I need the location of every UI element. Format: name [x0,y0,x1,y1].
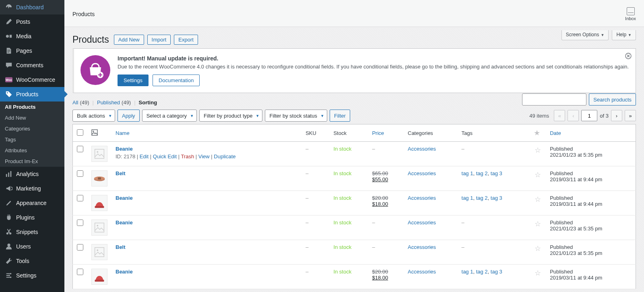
product-name-link[interactable]: Beanie [116,269,133,275]
sidebar-item-tools[interactable]: Tools [0,254,64,268]
row-checkbox[interactable] [77,269,83,275]
category-link[interactable]: Accessories [408,220,436,226]
dismiss-notice-button[interactable] [625,53,632,61]
sidebar-item-plugins[interactable]: Plugins [0,210,64,225]
filter-sorting[interactable]: Sorting [139,99,157,106]
sidebar-item-dashboard[interactable]: Dashboard [0,0,64,14]
col-name[interactable]: Name [116,130,130,136]
sidebar-item-snippets[interactable]: Snippets [0,225,64,239]
export-button[interactable]: Export [174,35,198,45]
submenu-item-add-new[interactable]: Add New [0,112,64,123]
next-page-button[interactable]: › [611,110,622,121]
featured-toggle[interactable]: ☆ [535,244,541,253]
sidebar-item-products[interactable]: Products [0,87,64,101]
row-action-view[interactable]: View [198,153,210,159]
submenu-item-tags[interactable]: Tags [0,134,64,145]
sidebar-item-media[interactable]: Media [0,29,64,43]
tags-cell: – [458,240,530,265]
product-thumbnail[interactable] [91,220,107,236]
product-thumbnail[interactable] [91,146,107,162]
row-action-trash[interactable]: Trash [181,153,194,159]
product-thumbnail[interactable] [91,195,107,211]
tag-link[interactable]: tag 3 [491,195,502,201]
category-link[interactable]: Accessories [408,244,436,250]
stock-status-filter-select[interactable]: Filter by stock status [265,110,327,122]
featured-toggle[interactable]: ☆ [535,146,541,154]
category-link[interactable]: Accessories [408,146,436,152]
tag-link[interactable]: tag 3 [491,170,502,176]
featured-toggle[interactable]: ☆ [535,220,541,228]
notice-body: Due to the recent WooCommerce 4.0 change… [118,63,629,70]
category-link[interactable]: Accessories [408,269,436,275]
product-name-link[interactable]: Beanie [116,220,133,226]
filter-button[interactable]: Filter [330,110,350,122]
col-date[interactable]: Date [550,130,561,136]
last-page-button[interactable]: » [625,110,636,121]
page-input[interactable] [581,110,597,121]
breadcrumb: Products [72,11,95,17]
row-action-duplicate[interactable]: Duplicate [214,153,235,159]
row-action-edit[interactable]: Edit [140,153,149,159]
product-thumbnail[interactable] [91,244,107,260]
product-name-link[interactable]: Beanie [116,195,133,201]
row-checkbox[interactable] [77,195,83,201]
plugins-icon [5,213,13,222]
tag-link[interactable]: tag 1 [462,269,473,275]
sidebar-item-analytics[interactable]: Analytics [0,167,64,181]
tag-link[interactable]: tag 2 [476,195,488,201]
product-thumbnail[interactable] [91,170,107,186]
product-name-link[interactable]: Belt [116,244,126,250]
select-all-checkbox[interactable] [77,129,83,136]
documentation-button[interactable]: Documentation [153,75,200,86]
category-link[interactable]: Accessories [408,170,436,176]
submenu-item-product-im-ex[interactable]: Product Im-Ex [0,156,64,167]
tag-link[interactable]: tag 3 [491,269,502,275]
help-button[interactable]: Help▼ [612,30,636,40]
filter-published[interactable]: Published [97,99,120,106]
settings-button[interactable]: Settings [118,75,149,86]
product-thumbnail[interactable] [91,269,107,285]
row-checkbox[interactable] [77,220,83,226]
submenu-item-all-products[interactable]: All Products [0,101,64,112]
category-link[interactable]: Accessories [408,195,436,201]
featured-toggle[interactable]: ☆ [535,269,541,277]
tag-link[interactable]: tag 2 [476,269,488,275]
first-page-button[interactable]: « [554,110,565,121]
category-filter-select[interactable]: Select a category [142,110,197,122]
svg-rect-15 [92,130,97,135]
row-action-quick-edit[interactable]: Quick Edit [153,153,177,159]
tag-link[interactable]: tag 1 [462,195,473,201]
row-checkbox[interactable] [77,170,83,177]
import-button[interactable]: Import [147,35,171,45]
prev-page-button[interactable]: ‹ [568,110,579,121]
sidebar-item-posts[interactable]: Posts [0,14,64,29]
tag-link[interactable]: tag 1 [462,170,473,176]
tag-link[interactable]: tag 2 [476,170,488,176]
col-tags: Tags [458,124,530,142]
inbox-button[interactable]: Inbox [625,7,636,21]
search-input[interactable] [522,93,586,106]
featured-toggle[interactable]: ☆ [535,195,541,203]
sidebar-item-users[interactable]: Users [0,239,64,254]
sidebar-item-pages[interactable]: Pages [0,43,64,58]
featured-toggle[interactable]: ☆ [535,171,541,179]
search-products-button[interactable]: Search products [589,93,636,106]
col-price[interactable]: Price [372,130,384,136]
row-checkbox[interactable] [77,244,83,251]
bulk-actions-select[interactable]: Bulk actions [72,110,115,122]
row-checkbox[interactable] [77,146,83,152]
apply-button[interactable]: Apply [118,110,140,122]
filter-all[interactable]: All [72,99,78,106]
sidebar-item-settings[interactable]: Settings [0,268,64,283]
sidebar-item-marketing[interactable]: Marketing [0,181,64,196]
screen-options-button[interactable]: Screen Options▼ [561,30,609,40]
product-name-link[interactable]: Beanie [116,146,133,152]
product-type-filter-select[interactable]: Filter by product type [199,110,262,122]
submenu-item-categories[interactable]: Categories [0,123,64,134]
sidebar-item-comments[interactable]: Comments [0,58,64,72]
add-new-button[interactable]: Add New [114,35,144,45]
submenu-item-attributes[interactable]: Attributes [0,145,64,156]
sidebar-item-woocommerce[interactable]: WooWooCommerce [0,72,64,87]
sidebar-item-appearance[interactable]: Appearance [0,196,64,210]
product-name-link[interactable]: Belt [116,170,126,176]
